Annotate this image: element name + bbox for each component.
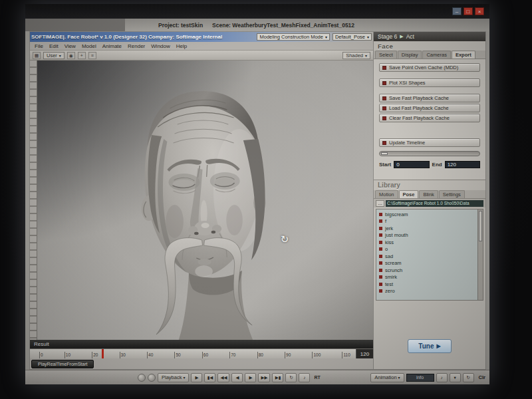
end-frame-input[interactable]: 120 (445, 161, 480, 168)
viewport-3d[interactable]: ↻ (30, 61, 373, 340)
orbit-knob-icon[interactable] (138, 374, 146, 382)
list-scrollbar[interactable] (477, 209, 483, 300)
construction-mode-dropdown[interactable]: Modeling Construction Mode ▾ (257, 33, 329, 41)
animation-menu-button[interactable]: Animation ▾ (370, 373, 404, 382)
menu-item[interactable]: File (35, 43, 43, 49)
loop-button[interactable]: ↻ (285, 373, 297, 382)
playrt-row: PlayRealTimeFromStart (30, 358, 373, 369)
info-field[interactable]: info (406, 374, 434, 382)
speaker-icon[interactable]: ♪ (436, 373, 448, 382)
scrollbar-thumb[interactable] (479, 211, 482, 241)
face-tab[interactable]: Export (452, 51, 475, 59)
next-key-button[interactable]: ▶▶ (258, 373, 270, 382)
playhead[interactable] (102, 349, 104, 358)
face-action-button[interactable]: Save Fast Playback Cache (379, 94, 480, 102)
checkbox-icon (382, 81, 386, 85)
construction-mode-label: Modeling Construction Mode (259, 34, 323, 40)
face-action-button[interactable]: Save Point Oven Cache (MDD) (379, 63, 480, 72)
checkbox-icon (382, 106, 386, 110)
pose-bullet-icon (379, 247, 382, 251)
loop-icon[interactable]: ↻ (463, 373, 474, 382)
plus-icon[interactable]: + (78, 52, 86, 59)
pose-list-item[interactable]: sad (376, 253, 477, 260)
pose-bullet-icon (379, 289, 382, 293)
library-tab[interactable]: Blink (419, 190, 438, 198)
face-action-button[interactable]: Clear Fast Playback Cache (379, 114, 480, 122)
projector-screen: – □ × Project: testSkin Scene: Weatherbu… (25, 4, 489, 384)
menu-item[interactable]: Edit (49, 43, 59, 49)
realtime-toggle[interactable]: RT (314, 375, 320, 380)
pose-list-item[interactable]: kiss (376, 239, 477, 246)
menu-item[interactable]: Animate (102, 43, 122, 49)
face-action-label: Plot XSI Shapes (389, 80, 426, 86)
menu-icon[interactable]: ≡ (88, 52, 96, 59)
playback-menu-button[interactable]: Playback ▾ (158, 373, 189, 382)
library-path-field[interactable]: C:\Softimage\Face Robot 1.0 Sho050\Data (386, 200, 483, 207)
pose-list-item[interactable]: zero (376, 288, 477, 295)
minimize-button[interactable]: – (452, 7, 462, 15)
eye-icon[interactable]: ◉ (67, 52, 75, 59)
pose-list-item[interactable]: scream (376, 260, 477, 267)
face-action-button[interactable]: Plot XSI Shapes (379, 78, 480, 87)
tune-button[interactable]: Tune ▶ (408, 339, 452, 353)
library-tab[interactable]: Motion (375, 190, 398, 198)
pose-bullet-icon (379, 227, 382, 230)
pose-list-item[interactable]: bigscream (376, 211, 477, 218)
library-tab[interactable]: Settings (439, 190, 465, 198)
play-realtime-button[interactable]: PlayRealTimeFromStart (31, 360, 94, 368)
face-action-button[interactable]: Load Fast Playback Cache (379, 104, 480, 112)
pose-list-item[interactable]: test (376, 281, 477, 288)
ruler-tick: 20 (92, 352, 98, 358)
pan-knob-icon[interactable] (148, 374, 156, 382)
close-button[interactable]: × (475, 7, 484, 15)
stage-header[interactable]: Stage 6 ▶ Act (374, 32, 485, 41)
face-tab[interactable]: Display (398, 51, 422, 59)
pose-label: smirk (385, 274, 397, 280)
camera-selector[interactable]: User ▾ (43, 52, 65, 59)
library-tab[interactable]: Pose (399, 190, 419, 198)
menu-item[interactable]: Model (82, 43, 96, 49)
prev-frame-button[interactable]: ◀ (231, 373, 243, 382)
start-frame-input[interactable]: 0 (394, 161, 429, 168)
menu-item[interactable]: Help (176, 43, 187, 49)
face-tab[interactable]: Cameras (422, 51, 450, 59)
face-tab[interactable]: Select (375, 51, 397, 59)
ruler-tick: 50 (174, 352, 180, 358)
prev-key-button[interactable]: ◀◀ (217, 373, 229, 382)
left-toolbar[interactable] (30, 61, 37, 340)
pose-list-item[interactable]: just mouth (376, 232, 477, 239)
menu-item[interactable]: View (65, 43, 76, 49)
browse-button[interactable]: … (376, 200, 384, 207)
checkbox-icon (382, 96, 386, 100)
slider-handle[interactable] (381, 152, 388, 155)
grid-icon[interactable]: ▦ (33, 52, 41, 59)
ruler-tick: 100 (312, 352, 321, 358)
chevron-down-icon[interactable]: ▾ (450, 373, 461, 382)
display-mode-selector[interactable]: Shaded ▾ (342, 52, 370, 59)
end-frame-box[interactable]: 120 (356, 349, 373, 358)
pose-list-item[interactable]: smirk (376, 274, 477, 281)
timeline-ruler[interactable]: 0102030405060708090100110 120 (30, 348, 373, 358)
audio-button[interactable]: ♪ (299, 373, 310, 382)
result-label: Result (34, 341, 49, 347)
menu-item[interactable]: Render (128, 43, 145, 49)
last-frame-button[interactable]: ▶▮ (272, 373, 283, 382)
next-frame-button[interactable]: ▶ (245, 373, 256, 382)
first-frame-button[interactable]: ▮◀ (204, 373, 215, 382)
pose-list-item[interactable]: jerk (376, 225, 477, 232)
update-timeline-button[interactable]: Update Timeline (379, 138, 480, 147)
menu-item[interactable]: Window (151, 43, 170, 49)
pose-list-item[interactable]: scrunch (376, 267, 477, 274)
transport-bar: Playback ▾ ▶ ▮◀ ◀◀ ◀ ▶ ▶▶ ▶▮ ↻ ♪ RT Anim… (25, 370, 489, 384)
viewport-toolbar: ▦ User ▾ ◉ + ≡ Shaded ▾ (30, 51, 373, 61)
app-titlebar: SOFTIMAGE|. Face Robot* v 1.0 (Designer … (30, 32, 373, 42)
pose-list-item[interactable]: o (376, 246, 477, 253)
pose-list-item[interactable]: f (376, 218, 477, 225)
pose-label: kiss (385, 239, 394, 245)
pose-dropdown[interactable]: Default_Pose ▾ (332, 33, 372, 41)
play-button[interactable]: ▶ (191, 373, 202, 382)
restore-button[interactable]: □ (464, 7, 473, 15)
cache-slider[interactable] (379, 151, 480, 156)
ruler-tick: 70 (229, 352, 235, 358)
clear-label[interactable]: Clr (479, 374, 485, 380)
